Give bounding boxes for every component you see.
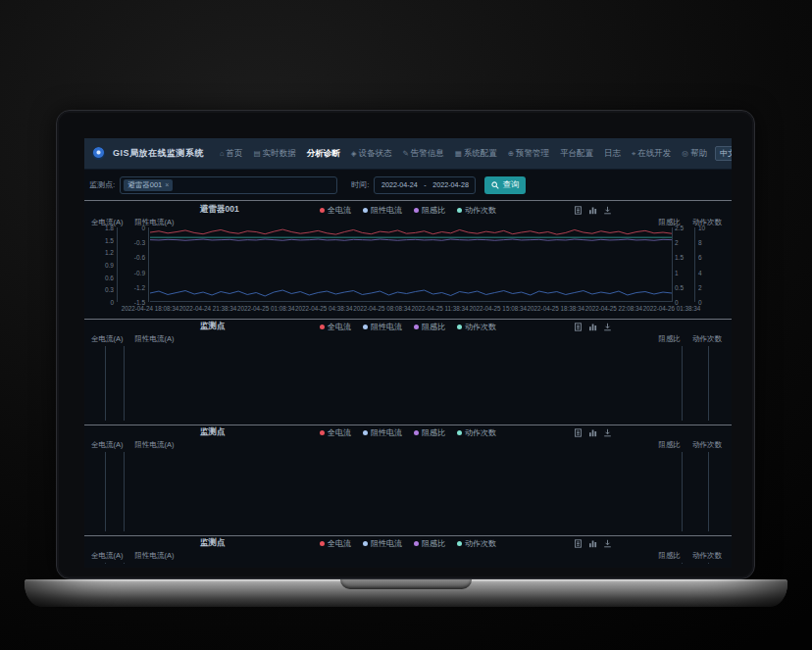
x-tick-label: 2022-04-25 04:38:34	[295, 305, 352, 312]
y-tick-label: 0.6	[105, 274, 114, 280]
y-tick-label: 1	[675, 269, 679, 275]
series-line-resistive-current	[150, 290, 672, 296]
y-axis-impedance-ratio: 2.521.510.50	[675, 227, 690, 302]
y-tick-label: 2	[698, 283, 702, 290]
main-menu: ⌂首页 ▤实时数据 分析诊断 ◈设备状态 ✎告警信息 ▦系统配置 ⊕预警管理 平…	[220, 148, 707, 160]
home-icon: ⌂	[220, 149, 225, 158]
chart-panel-3: 监测点 全电流 阻性电流 阻感比 动作次数 全电流(A)阻性电流(A)	[84, 425, 732, 535]
x-tick-label: 2022-04-25 11:38:34	[412, 305, 469, 312]
legend-dot	[457, 325, 462, 329]
chart-toolbox	[574, 539, 612, 548]
data-view-icon[interactable]	[574, 539, 583, 548]
date-separator: -	[424, 180, 426, 189]
legend-item-action-count[interactable]: 动作次数	[457, 427, 496, 438]
legend-item-resistive-current[interactable]: 阻性电流	[363, 538, 402, 549]
search-button[interactable]: 查询	[484, 176, 526, 194]
date-range-picker[interactable]: 2022-04-24 - 2022-04-28	[374, 176, 476, 194]
nav-item-alarm-info[interactable]: ✎告警信息	[402, 148, 443, 160]
date-end-value[interactable]: 2022-04-28	[432, 180, 469, 189]
data-view-icon[interactable]	[574, 428, 583, 437]
backdrop: GIS局放在线监测系统 ⌂首页 ▤实时数据 分析诊断 ◈设备状态 ✎告警信息 ▦…	[0, 0, 812, 650]
x-tick-label: 2022-04-25 15:08:34	[469, 305, 526, 312]
nav-item-device-status[interactable]: ◈设备状态	[351, 148, 392, 160]
filter-bar: 监测点: 避雷器001 × 时间: 2022-04-24 - 2022-04-2…	[84, 170, 732, 200]
legend-item-impedance-ratio[interactable]: 阻感比	[414, 322, 445, 332]
download-icon[interactable]	[603, 323, 612, 331]
legend-item-action-count[interactable]: 动作次数	[457, 205, 496, 216]
legend-item-impedance-ratio[interactable]: 阻感比	[414, 205, 445, 216]
tag-remove-icon[interactable]: ×	[165, 181, 169, 188]
legend-item-resistive-current[interactable]: 阻性电流	[363, 205, 402, 216]
bar-chart-icon[interactable]	[588, 539, 597, 548]
panel-title: 监测点	[200, 537, 226, 549]
legend-item-total-current[interactable]: 全电流	[320, 205, 351, 216]
download-icon[interactable]	[603, 206, 612, 215]
data-view-icon[interactable]	[574, 206, 583, 215]
axis-line	[708, 452, 709, 531]
chart-panel-1: 避雷器001 全电流 阻性电流 阻感比 动作次数 全电流(A)阻性电流(A)	[84, 201, 732, 319]
y-tick-label: 2	[675, 239, 679, 246]
download-icon[interactable]	[603, 428, 612, 437]
axis-names-row: 全电流(A)阻性电流(A) 阻感比动作次数	[84, 217, 732, 227]
empty-plot-area	[84, 450, 732, 535]
nav-item-analysis-diagnosis[interactable]: 分析诊断	[307, 148, 340, 160]
chart-legend: 全电流 阻性电流 阻感比 动作次数	[320, 322, 496, 332]
legend-item-impedance-ratio[interactable]: 阻感比	[414, 538, 445, 549]
series-line-impedance-ratio	[150, 239, 672, 240]
help-icon: ◎	[682, 149, 688, 158]
monitor-point-input[interactable]: 避雷器001 ×	[120, 176, 337, 194]
nav-item-realtime-data[interactable]: ▤实时数据	[254, 148, 296, 160]
legend-dot	[320, 325, 325, 329]
axis-line	[105, 563, 106, 564]
panel-header: 避雷器001 全电流 阻性电流 阻感比 动作次数	[84, 203, 732, 217]
axis-names-row: 全电流(A)阻性电流(A) 阻感比动作次数	[84, 439, 732, 450]
data-view-icon[interactable]	[574, 323, 583, 331]
monitor-point-label: 监测点:	[89, 179, 115, 190]
app-title: GIS局放在线监测系统	[113, 147, 204, 160]
selected-point-tag[interactable]: 避雷器001 ×	[124, 179, 173, 191]
nav-item-warning-management[interactable]: ⊕预警管理	[508, 148, 549, 160]
axis-name-action-count: 动作次数	[692, 218, 722, 227]
legend-dot	[320, 208, 325, 213]
nav-item-logs[interactable]: 日志	[604, 148, 621, 160]
legend-item-total-current[interactable]: 全电流	[320, 538, 351, 549]
legend-item-action-count[interactable]: 动作次数	[457, 538, 496, 549]
nav-item-platform-config[interactable]: 平台配置	[560, 148, 593, 160]
x-tick-label: 2022-04-25 01:08:34	[237, 305, 294, 312]
legend-dot	[457, 430, 462, 435]
warning-management-icon: ⊕	[508, 149, 514, 158]
chart-legend: 全电流 阻性电流 阻感比 动作次数	[320, 205, 496, 216]
y-tick-label: 0.3	[105, 286, 114, 293]
nav-item-system-config[interactable]: ▦系统配置	[455, 148, 497, 160]
legend-item-total-current[interactable]: 全电流	[320, 427, 351, 438]
legend-item-resistive-current[interactable]: 阻性电流	[363, 322, 402, 332]
panel-title: 监测点	[200, 426, 226, 438]
language-select[interactable]: 中文 ∨	[715, 146, 732, 161]
legend-item-impedance-ratio[interactable]: 阻感比	[414, 427, 445, 438]
y-tick-label: 0.9	[105, 262, 114, 269]
panel-header: 监测点 全电流 阻性电流 阻感比 动作次数	[84, 425, 732, 439]
bar-chart-icon[interactable]	[588, 428, 597, 437]
device-status-icon: ◈	[351, 149, 357, 158]
legend-item-action-count[interactable]: 动作次数	[457, 322, 496, 332]
chart-toolbox	[574, 206, 612, 215]
y-tick-label: 4	[698, 269, 702, 275]
legend-item-resistive-current[interactable]: 阻性电流	[363, 427, 402, 438]
nav-item-online-dev[interactable]: ⌖在线开发	[632, 148, 671, 160]
nav-item-help[interactable]: ◎帮助	[682, 148, 707, 160]
bar-chart-icon[interactable]	[588, 206, 597, 215]
legend-dot	[414, 541, 419, 546]
legend-dot	[320, 541, 325, 546]
legend-item-total-current[interactable]: 全电流	[320, 322, 351, 332]
y-axis-action-count: 1086420	[698, 227, 718, 302]
time-label: 时间:	[351, 179, 369, 190]
nav-item-home[interactable]: ⌂首页	[220, 148, 243, 160]
chart-legend: 全电流 阻性电流 阻感比 动作次数	[320, 538, 496, 549]
legend-dot	[414, 325, 419, 329]
date-start-value[interactable]: 2022-04-24	[381, 180, 418, 189]
y-tick-label: 0.5	[675, 283, 684, 290]
navbar-right: 中文 ∨ 欢迎您, 管理员	[715, 146, 732, 161]
bar-chart-icon[interactable]	[588, 323, 597, 331]
x-tick-label: 2022-04-25 22:08:34	[585, 305, 642, 312]
download-icon[interactable]	[603, 539, 612, 548]
